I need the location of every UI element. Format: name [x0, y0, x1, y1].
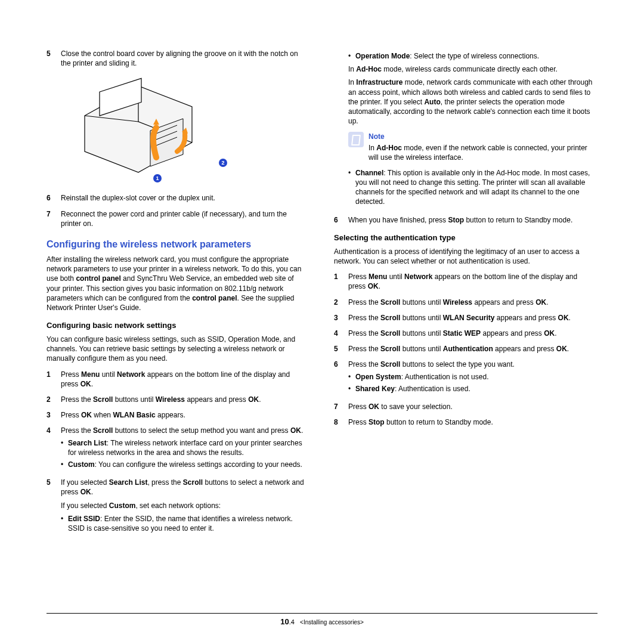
- left-column: 5 Close the control board cover by align…: [47, 49, 309, 541]
- step-7: 7 Reconnect the power cord and printer c…: [47, 209, 309, 228]
- auth-step-7: 7Press OK to save your selection.: [334, 402, 596, 411]
- auth-step-2: 2Press the Scroll buttons until Wireless…: [334, 298, 596, 307]
- auth-intro: Authentication is a process of identifyi…: [334, 247, 596, 266]
- note-title: Note: [369, 132, 596, 141]
- page-footer: 10.4 <Installing accessories>: [47, 613, 597, 626]
- heading-basic-settings: Configuring basic network settings: [47, 321, 309, 330]
- auth-step-4: 4Press the Scroll buttons until Static W…: [334, 329, 596, 338]
- printer-diagram: 1 2: [67, 74, 222, 187]
- auth-step-5: 5Press the Scroll buttons until Authenti…: [334, 344, 596, 354]
- page: 5 Close the control board cover by align…: [0, 0, 644, 565]
- note-box: Note In Ad-Hoc mode, even if the network…: [348, 132, 596, 162]
- heading-configuring-wireless: Configuring the wireless network paramet…: [47, 239, 309, 250]
- auth-step-1: 1Press Menu until Network appears on the…: [334, 272, 596, 291]
- printer-illustration: [67, 74, 210, 175]
- basic-step-1: 1 Press Menu until Network appears on th…: [47, 370, 309, 389]
- page-number: .4: [289, 618, 295, 626]
- step-5-body: Close the control board cover by alignin…: [61, 49, 309, 68]
- auth-step-6: 6 Press the Scroll buttons to select the…: [334, 360, 596, 396]
- basic-intro: You can configure basic wireless setting…: [47, 335, 309, 364]
- heading-auth-type: Selecting the authentication type: [334, 233, 596, 242]
- footer-section: <Installing accessories>: [300, 619, 364, 626]
- callout-2: 2: [219, 159, 227, 167]
- right-step-6: 6 When you have finished, press Stop but…: [334, 215, 596, 225]
- step-5: 5 Close the control board cover by align…: [47, 49, 309, 68]
- basic-step-2: 2 Press the Scroll buttons until Wireles…: [47, 395, 309, 404]
- right-column: •Operation Mode: Select the type of wire…: [334, 49, 596, 541]
- auth-step-3: 3Press the Scroll buttons until WLAN Sec…: [334, 313, 596, 323]
- callout-1: 1: [153, 174, 162, 182]
- note-body: In Ad-Hoc mode, even if the network cabl…: [369, 143, 596, 162]
- basic-step-4: 4 Press the Scroll buttons to select the…: [47, 426, 309, 472]
- step-6: 6 Reinstall the duplex-slot cover or the…: [47, 193, 309, 203]
- basic-step-3: 3 Press OK when WLAN Basic appears.: [47, 410, 309, 420]
- note-icon: [348, 132, 364, 147]
- basic-step-5: 5 If you selected Search List, press the…: [47, 478, 309, 535]
- auth-step-8: 8Press Stop button to return to Standby …: [334, 417, 596, 427]
- operation-mode-block: •Operation Mode: Select the type of wire…: [348, 49, 596, 209]
- chapter-number: 10: [280, 617, 289, 626]
- intro-paragraph: After installing the wireless network ca…: [47, 255, 309, 312]
